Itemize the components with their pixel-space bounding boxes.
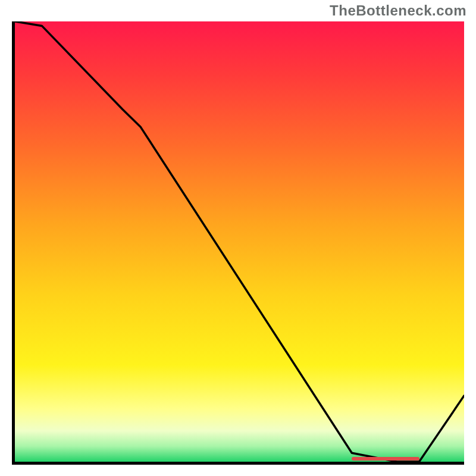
chart-wrapper: TheBottleneck.com: [0, 0, 476, 476]
bottleneck-curve: [15, 21, 464, 462]
optimal-range-marker: [352, 457, 419, 461]
attribution-text: TheBottleneck.com: [330, 2, 466, 19]
plot-area: [12, 21, 464, 465]
